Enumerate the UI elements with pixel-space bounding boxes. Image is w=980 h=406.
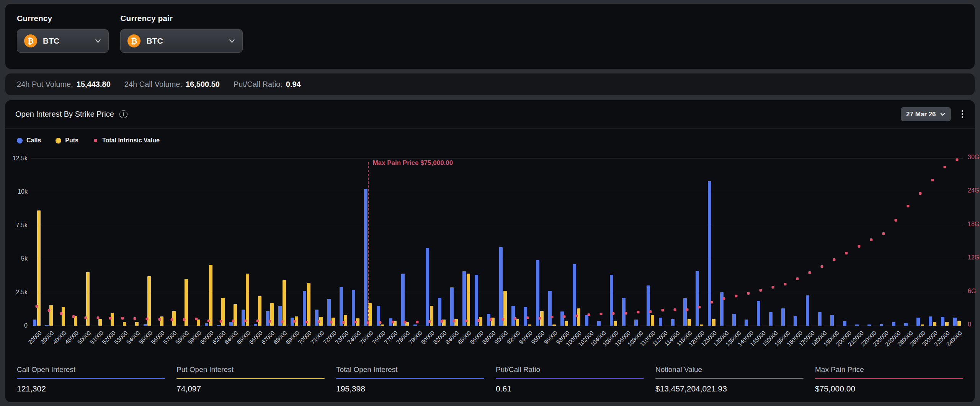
intrinsic-value-dot[interactable] <box>845 252 848 254</box>
strike-slot-71000[interactable]: 71000 <box>313 158 325 326</box>
intrinsic-value-dot[interactable] <box>195 318 198 320</box>
call-bar[interactable] <box>659 318 662 326</box>
call-bar[interactable] <box>781 308 785 326</box>
intrinsic-value-dot[interactable] <box>354 321 357 323</box>
intrinsic-value-dot[interactable] <box>600 313 603 315</box>
put-bar[interactable] <box>49 305 53 326</box>
strike-slot-190000[interactable]: 190000 <box>828 158 840 326</box>
put-bar[interactable] <box>700 324 703 326</box>
intrinsic-value-dot[interactable] <box>72 315 75 318</box>
intrinsic-value-dot[interactable] <box>477 319 480 322</box>
intrinsic-value-dot[interactable] <box>502 318 505 321</box>
call-bar[interactable] <box>867 324 871 326</box>
call-bar[interactable] <box>254 324 257 326</box>
put-bar[interactable] <box>467 274 470 326</box>
intrinsic-value-dot[interactable] <box>710 301 713 303</box>
strike-slot-180000[interactable]: 180000 <box>816 158 828 326</box>
strike-slot-220000[interactable]: 220000 <box>865 158 877 326</box>
intrinsic-value-dot[interactable] <box>551 316 554 318</box>
strike-slot-50000[interactable]: 50000 <box>80 158 92 326</box>
strike-slot-20000[interactable]: 20000 <box>31 158 43 326</box>
intrinsic-value-dot[interactable] <box>858 245 860 248</box>
intrinsic-value-dot[interactable] <box>440 320 443 323</box>
strike-slot-130000[interactable]: 130000 <box>718 158 730 326</box>
legend-item-total-intrinsic-value[interactable]: Total Intrinsic Value <box>93 137 160 144</box>
strike-slot-300000[interactable]: 300000 <box>926 158 939 326</box>
intrinsic-value-dot[interactable] <box>293 320 296 323</box>
intrinsic-value-dot[interactable] <box>808 271 811 274</box>
intrinsic-value-dot[interactable] <box>575 315 578 317</box>
strike-slot-77000[interactable]: 77000 <box>387 158 399 326</box>
intrinsic-value-dot[interactable] <box>784 283 787 285</box>
strike-slot-280000[interactable]: 280000 <box>914 158 926 326</box>
call-bar[interactable] <box>904 323 908 326</box>
strike-slot-160000[interactable]: 160000 <box>791 158 804 326</box>
strike-slot-240000[interactable]: 240000 <box>890 158 902 326</box>
strike-slot-120000[interactable]: 120000 <box>693 158 706 326</box>
call-bar[interactable] <box>916 318 920 326</box>
call-bar[interactable] <box>45 325 49 326</box>
put-bar[interactable] <box>381 324 384 326</box>
intrinsic-value-dot[interactable] <box>931 179 934 181</box>
intrinsic-value-dot[interactable] <box>489 318 492 321</box>
intrinsic-value-dot[interactable] <box>85 316 87 319</box>
strike-slot-115000[interactable]: 115000 <box>681 158 693 326</box>
put-bar[interactable] <box>62 307 65 326</box>
call-bar[interactable] <box>462 271 466 326</box>
call-bar[interactable] <box>229 322 233 326</box>
put-bar[interactable] <box>37 210 41 326</box>
strike-slot-230000[interactable]: 230000 <box>877 158 890 326</box>
put-bar[interactable] <box>933 322 936 326</box>
strike-slot-76000[interactable]: 76000 <box>374 158 386 326</box>
strike-slot-74000[interactable]: 74000 <box>350 158 362 326</box>
intrinsic-value-dot[interactable] <box>170 318 173 321</box>
strike-slot-320000[interactable]: 320000 <box>939 158 951 326</box>
strike-slot-58000[interactable]: 58000 <box>178 158 190 326</box>
put-bar[interactable] <box>651 315 654 326</box>
strike-slot-155000[interactable]: 155000 <box>779 158 791 326</box>
strike-slot-55000[interactable]: 55000 <box>141 158 153 326</box>
intrinsic-value-dot[interactable] <box>870 238 872 241</box>
intrinsic-value-dot[interactable] <box>772 286 774 289</box>
put-bar[interactable] <box>209 265 212 326</box>
strike-slot-125000[interactable]: 125000 <box>706 158 718 326</box>
intrinsic-value-dot[interactable] <box>673 308 676 311</box>
strike-slot-210000[interactable]: 210000 <box>853 158 865 326</box>
put-bar[interactable] <box>712 319 715 326</box>
strike-slot-69000[interactable]: 69000 <box>288 158 301 326</box>
intrinsic-value-dot[interactable] <box>612 312 615 315</box>
strike-slot-68000[interactable]: 68000 <box>276 158 288 326</box>
call-bar[interactable] <box>426 248 429 326</box>
legend-item-puts[interactable]: Puts <box>56 137 78 144</box>
put-bar[interactable] <box>98 319 102 326</box>
legend-item-calls[interactable]: Calls <box>17 137 41 144</box>
put-bar[interactable] <box>123 322 126 326</box>
call-bar[interactable] <box>683 298 687 326</box>
intrinsic-value-dot[interactable] <box>698 306 701 308</box>
intrinsic-value-dot[interactable] <box>403 321 406 323</box>
strike-slot-145000[interactable]: 145000 <box>755 158 767 326</box>
strike-slot-70000[interactable]: 70000 <box>301 158 313 326</box>
call-bar[interactable] <box>205 323 208 326</box>
strike-slot-85000[interactable]: 85000 <box>460 158 472 326</box>
strike-slot-54000[interactable]: 54000 <box>129 158 141 326</box>
call-bar[interactable] <box>794 316 797 326</box>
intrinsic-value-dot[interactable] <box>416 321 418 323</box>
intrinsic-value-dot[interactable] <box>36 305 38 308</box>
intrinsic-value-dot[interactable] <box>722 297 725 300</box>
intrinsic-value-dot[interactable] <box>796 277 799 280</box>
intrinsic-value-dot[interactable] <box>919 192 921 195</box>
intrinsic-value-dot[interactable] <box>281 320 284 323</box>
put-bar[interactable] <box>307 283 310 326</box>
put-bar[interactable] <box>234 304 237 326</box>
put-bar[interactable] <box>552 324 556 326</box>
call-bar[interactable] <box>634 320 638 326</box>
put-bar[interactable] <box>197 320 200 326</box>
call-bar[interactable] <box>499 247 503 326</box>
intrinsic-value-dot[interactable] <box>207 320 210 322</box>
strike-slot-78000[interactable]: 78000 <box>399 158 411 326</box>
call-bar[interactable] <box>352 290 355 326</box>
call-bar[interactable] <box>941 317 944 326</box>
intrinsic-value-dot[interactable] <box>943 166 946 168</box>
strike-slot-135000[interactable]: 135000 <box>730 158 742 326</box>
